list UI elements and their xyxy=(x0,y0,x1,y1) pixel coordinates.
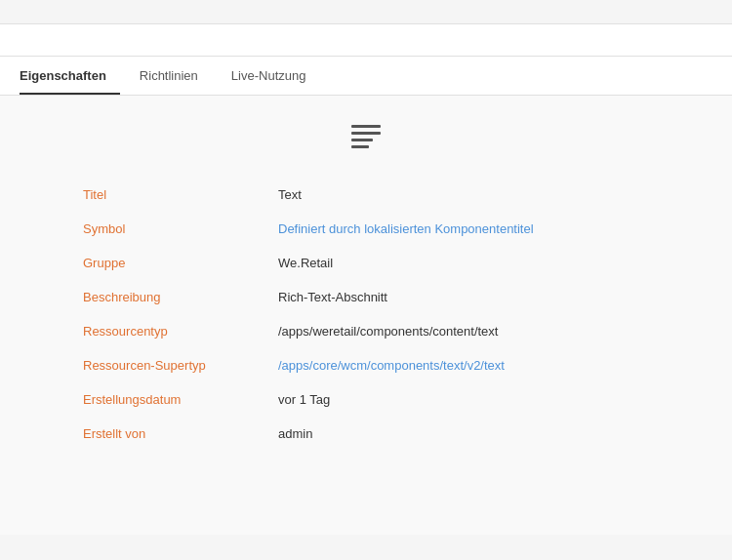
property-value: admin xyxy=(278,426,649,441)
property-value: Text xyxy=(278,187,649,202)
text-align-icon xyxy=(351,125,381,148)
property-value: /apps/weretail/components/content/text xyxy=(278,324,649,339)
tab-eigenschaften[interactable]: Eigenschaften xyxy=(20,57,120,95)
property-label: Ressourcentyp xyxy=(83,324,278,339)
icon-line-2 xyxy=(351,132,381,135)
component-icon-area xyxy=(0,125,732,148)
table-row: BeschreibungRich-Text-Abschnitt xyxy=(63,280,669,314)
tab-live-nutzung[interactable]: Live-Nutzung xyxy=(231,57,320,95)
close-button[interactable] xyxy=(697,8,712,16)
table-row: Ressourcen-Supertyp/apps/core/wcm/compon… xyxy=(63,348,669,382)
table-row: Ressourcentyp/apps/weretail/components/c… xyxy=(63,314,669,348)
property-label: Erstellungsdatum xyxy=(83,392,278,407)
title-bar xyxy=(0,24,732,57)
property-value: Rich-Text-Abschnitt xyxy=(278,290,649,304)
properties-table: TitelTextSymbolDefiniert durch lokalisie… xyxy=(63,178,669,451)
content-area: TitelTextSymbolDefiniert durch lokalisie… xyxy=(0,96,732,535)
property-value[interactable]: /apps/core/wcm/components/text/v2/text xyxy=(278,358,649,373)
property-value[interactable]: Definiert durch lokalisierten Komponente… xyxy=(278,221,649,236)
table-row: GruppeWe.Retail xyxy=(63,246,669,280)
table-row: SymbolDefiniert durch lokalisierten Komp… xyxy=(63,212,669,246)
top-bar xyxy=(0,0,732,24)
icon-line-3 xyxy=(351,139,373,141)
table-row: Erstellt vonadmin xyxy=(63,417,669,451)
table-row: TitelText xyxy=(63,178,669,212)
property-value: We.Retail xyxy=(278,256,649,270)
tabs-bar: Eigenschaften Richtlinien Live-Nutzung xyxy=(0,57,732,96)
property-value: vor 1 Tag xyxy=(278,392,649,407)
property-label: Ressourcen-Supertyp xyxy=(83,358,278,373)
table-row: Erstellungsdatumvor 1 Tag xyxy=(63,382,669,417)
property-label: Gruppe xyxy=(83,256,278,270)
property-label: Titel xyxy=(83,187,278,202)
icon-line-1 xyxy=(351,125,381,128)
icon-line-4 xyxy=(351,145,369,148)
property-label: Erstellt von xyxy=(83,426,278,441)
tab-richtlinien[interactable]: Richtlinien xyxy=(140,57,212,95)
property-label: Symbol xyxy=(83,221,278,236)
property-label: Beschreibung xyxy=(83,290,278,304)
